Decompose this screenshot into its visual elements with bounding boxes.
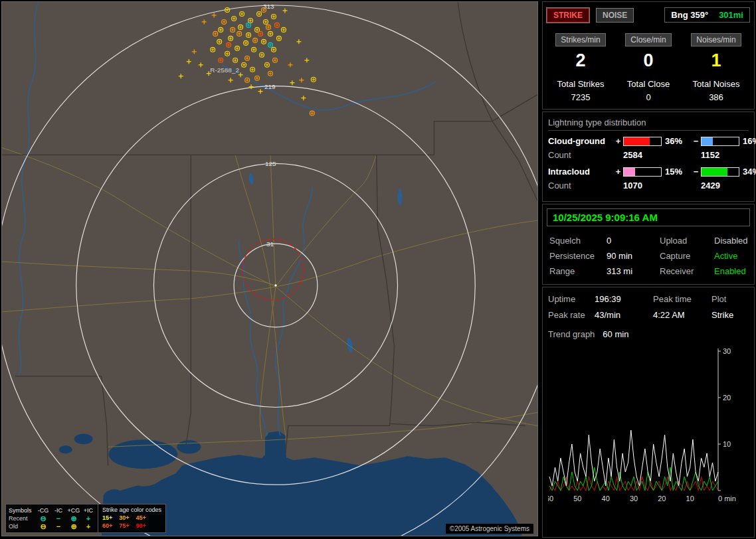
cg-positive-gauge — [623, 137, 662, 146]
age-code-60: 60+ — [102, 522, 112, 530]
side-panel: STRIKE NOISE Bng 359° 301mi Strikes/min … — [542, 1, 755, 538]
age-code-30: 30+ — [119, 514, 129, 522]
upload-value: Disabled — [714, 236, 748, 246]
strike-mode-button[interactable]: STRIKE — [547, 8, 589, 23]
ic-minus-sign: − — [691, 167, 701, 177]
svg-text:30: 30 — [630, 495, 638, 502]
map-canvas: 31321912531R-2588_2 — [2, 2, 537, 536]
bearing-range-value: 301mi — [719, 10, 743, 20]
range-label: Range — [549, 266, 607, 276]
ic-positive-count: 1070 — [623, 181, 662, 191]
legend-col-neg-cg: -CG — [35, 507, 51, 514]
svg-text:10: 10 — [686, 495, 694, 502]
ic-negative-count: 2429 — [701, 181, 739, 191]
trend-panel: Uptime 196:39 Peak time Plot Peak rate 4… — [542, 287, 755, 538]
bearing-value: Bng 359° — [671, 10, 708, 20]
ic-count-label: Count — [548, 181, 613, 191]
noise-mode-button[interactable]: NOISE — [596, 8, 634, 23]
datetime-display: 10/25/2025 9:09:16 AM — [547, 208, 750, 226]
cg-positive-pct: 36% — [662, 136, 691, 146]
cg-negative-gauge — [701, 137, 739, 146]
peak-rate-label: Peak rate — [548, 310, 595, 320]
close-per-min-value: 0 — [614, 50, 682, 71]
svg-text:20: 20 — [658, 495, 666, 502]
age-code-90: 90+ — [136, 522, 146, 530]
plot-label: Plot — [711, 294, 749, 304]
age-code-15: 15+ — [102, 514, 112, 522]
svg-text:219: 219 — [264, 83, 276, 90]
uptime-value: 196:39 — [595, 294, 653, 304]
old-pos-cg-icon: ⊕ — [66, 523, 82, 530]
recent-pos-ic-icon: + — [82, 515, 95, 522]
intracloud-label: Intracloud — [548, 167, 613, 177]
svg-text:40: 40 — [602, 495, 610, 502]
legend-col-pos-cg: +CG — [66, 507, 82, 514]
total-strikes-value: 7235 — [547, 92, 614, 102]
legend-col-neg-ic: -IC — [51, 507, 66, 514]
cg-positive-count: 2584 — [623, 150, 662, 160]
cg-minus-sign: − — [691, 136, 701, 146]
old-neg-cg-icon: ⊖ — [35, 523, 51, 530]
legend-symbols-header: Symbols — [9, 507, 35, 514]
range-value: 313 mi — [607, 266, 660, 276]
legend-col-pos-ic: +IC — [82, 507, 95, 514]
squelch-value: 0 — [607, 236, 660, 246]
distribution-title: Lightning type distribution — [548, 117, 749, 131]
capture-value: Active — [714, 251, 748, 261]
age-code-75: 75+ — [119, 522, 129, 530]
legend-old-label: Old — [9, 523, 35, 530]
strikes-per-min-value: 2 — [547, 50, 614, 71]
ic-positive-pct: 15% — [662, 167, 691, 177]
recent-pos-cg-icon: ⊕ — [66, 515, 82, 522]
age-code-45: 45+ — [136, 514, 146, 522]
cg-plus-sign: + — [613, 136, 623, 146]
strikes-per-min-button[interactable]: Strikes/min — [555, 33, 605, 46]
strike-age-title: Strike age color codes — [102, 506, 161, 514]
cg-negative-pct: 16% — [739, 136, 756, 146]
old-neg-ic-icon: − — [51, 523, 66, 530]
distribution-panel: Lightning type distribution Cloud-ground… — [542, 112, 755, 202]
uptime-label: Uptime — [548, 294, 595, 304]
peak-time-label: Peak time — [653, 294, 711, 304]
trend-graph: 3020106050403020100 min — [548, 346, 747, 505]
svg-text:20: 20 — [723, 394, 731, 402]
trend-graph-label: Trend graph — [548, 329, 595, 339]
total-strikes-label: Total Strikes — [547, 79, 614, 89]
cloud-ground-label: Cloud-ground — [548, 136, 613, 146]
total-close-label: Total Close — [614, 79, 682, 89]
bearing-range-box: Bng 359° 301mi — [664, 7, 750, 23]
peak-rate-value: 43/min — [595, 310, 653, 320]
trend-window-value: 60 min — [603, 329, 628, 339]
total-noises-value: 386 — [682, 92, 750, 102]
ic-plus-sign: + — [613, 167, 623, 177]
map-view[interactable]: 31321912531R-2588_2 Symbols -CG -IC +CG … — [1, 1, 538, 536]
persistence-label: Persistence — [549, 251, 607, 261]
svg-text:R-2588_2: R-2588_2 — [210, 66, 239, 74]
copyright-label: ©2005 Astrogenic Systems — [446, 524, 533, 534]
app-window: 31321912531R-2588_2 Symbols -CG -IC +CG … — [0, 0, 756, 539]
ic-negative-gauge — [701, 167, 739, 177]
close-per-min-button[interactable]: Close/min — [625, 33, 671, 46]
total-noises-label: Total Noises — [682, 79, 750, 89]
upload-label: Upload — [660, 236, 714, 246]
svg-text:10: 10 — [723, 440, 731, 448]
ic-negative-pct: 34% — [739, 167, 756, 177]
svg-text:313: 313 — [263, 3, 274, 10]
map-legend: Symbols -CG -IC +CG +IC Recent ⊖ − ⊕ + O… — [5, 504, 166, 533]
recent-neg-cg-icon: ⊖ — [35, 515, 51, 522]
noises-per-min-value: 1 — [682, 50, 750, 71]
svg-text:125: 125 — [265, 160, 276, 167]
noises-per-min-button[interactable]: Noises/min — [691, 33, 741, 46]
settings-panel: 10/25/2025 9:09:16 AM Squelch 0 Upload D… — [542, 204, 755, 285]
cg-negative-count: 1152 — [701, 150, 739, 160]
receiver-label: Receiver — [660, 266, 714, 276]
svg-text:31: 31 — [266, 240, 274, 248]
svg-text:30: 30 — [723, 347, 731, 355]
cg-count-label: Count — [548, 150, 613, 160]
squelch-label: Squelch — [549, 236, 607, 246]
capture-label: Capture — [660, 251, 714, 261]
persistence-value: 90 min — [607, 251, 660, 261]
plot-value: Strike — [711, 310, 749, 320]
rates-panel: STRIKE NOISE Bng 359° 301mi Strikes/min … — [542, 1, 755, 110]
svg-text:60: 60 — [548, 495, 553, 502]
